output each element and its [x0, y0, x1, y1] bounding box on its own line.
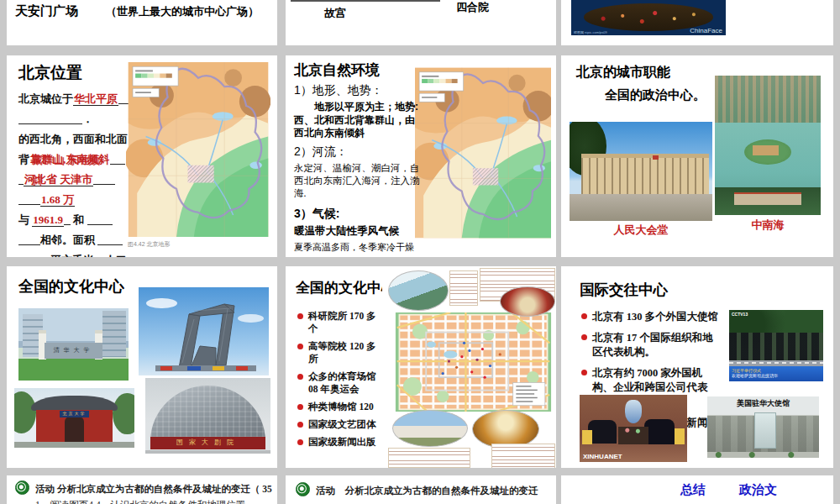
island-building	[753, 145, 778, 155]
road	[14, 442, 134, 448]
palace-caption: 故宫	[324, 6, 346, 21]
slide-city-functions[interactable]: 北京的城市职能 全国的政治中心。 人民大会堂 中南海	[561, 55, 833, 257]
dome-grid	[150, 386, 265, 442]
tree	[14, 391, 36, 433]
summary-label: 总结	[680, 482, 706, 498]
activity-subtext: 1．阅读图页4.4，认识北京的自然条件和地理位置	[35, 499, 272, 504]
xinhua-meeting-photo: XINHUANET	[580, 395, 687, 462]
museum-photo-oval	[392, 410, 468, 447]
slide-environment[interactable]: 北京自然环境 1）地形、地势： 地形以平原为主；地势: 西、北和西北背靠群山，由…	[286, 55, 556, 257]
gate	[734, 192, 802, 205]
activity-text: 分析北京成立为古都的自然条件及城址的变迁	[345, 486, 538, 496]
building	[102, 311, 127, 357]
figure-note	[449, 270, 478, 306]
overlapped-answer: 藏群山 东地频斜	[31, 150, 110, 191]
name-strip	[729, 360, 823, 366]
beijing-topo-map	[415, 64, 551, 242]
slide-subtitle: （世界上最大的城市中心广场）	[106, 4, 259, 19]
slide-international[interactable]: 国际交往中心 CCTV13 习近平举行仪式 欢迎哈萨克斯坦总统访华 北京有 13…	[561, 266, 833, 468]
culture-bullets: 科研院所 170 多个 高等院校 120 多所 众多的体育场馆 08 年奥运会 …	[297, 310, 385, 454]
building-facade	[581, 154, 709, 198]
roof	[31, 396, 118, 411]
slide-culture-bullets[interactable]: 全国的文化中心 科研院所 170 多个 高等院校 120 多所 众多的体育场馆 …	[286, 266, 556, 468]
chinaface-watermark: ChinaFace	[690, 27, 722, 34]
slide-culture-photos[interactable]: 全国的文化中心 清华大学	[7, 266, 277, 468]
slide-activity-1[interactable]: 活动 分析北京成立为古都的自然条件及城址的变迁（ 35 1．阅读图页4.4，认识…	[7, 475, 277, 504]
lake-photo-oval	[388, 270, 449, 311]
pku-gate-photo: 北京大学	[14, 388, 134, 448]
pku-plaque: 北京大学	[60, 411, 88, 417]
slide-summary[interactable]: 总结 政治文	[561, 475, 833, 504]
slide-activity-2[interactable]: 活动 分析北京成立为古都的自然条件及城址的变迁	[286, 475, 556, 504]
birdnest-photo: ChinaFace 昵图网 nipic.com/ps09	[571, 0, 726, 35]
cropped-image-edge	[291, 0, 440, 2]
great-hall-caption: 人民大会堂	[570, 223, 712, 238]
slide-title: 北京自然环境	[294, 60, 420, 80]
doorway	[65, 417, 84, 442]
sofa-cushion	[675, 428, 685, 444]
politics-label: 政治文	[739, 482, 777, 498]
activity-text: 分析北京成立为古都的自然条件及城址的变迁（ 35	[57, 484, 272, 494]
zhongnanhai-photo	[715, 76, 821, 215]
stadium-photo-oval	[500, 286, 555, 317]
slide-title: 北京的城市职能	[576, 64, 670, 81]
activity-label: 活动	[35, 484, 55, 494]
activity-icon	[296, 482, 310, 496]
zhongnanhai-caption: 中南海	[715, 218, 821, 233]
beijing-topo-map	[126, 62, 270, 237]
activity-label: 活动	[316, 486, 335, 496]
vase	[625, 400, 642, 423]
xinhuanet-watermark: XINHUANET	[583, 453, 622, 460]
slide-title: 全国的文化中心	[18, 276, 124, 297]
plaza	[570, 194, 712, 221]
official-right	[644, 419, 675, 444]
slide-location[interactable]: 北京位置 北京城位于华北平原 ． 的西北角，西面和北面 背靠群山,东南频斜藏群山…	[7, 55, 277, 257]
embassy-caption: 美国驻华大使馆	[707, 398, 819, 409]
sofa-cushion	[582, 430, 593, 445]
slide-title: 北京位置	[18, 62, 82, 84]
credit-watermark: 昵图网 nipic.com/ps09	[574, 30, 607, 34]
figure-note	[388, 448, 470, 468]
tsinghua-sign: 清华大学	[45, 343, 102, 359]
siheyuan-caption: 四合院	[456, 0, 489, 15]
slide-palace-siheyuan[interactable]: 故宫 四合院	[286, 0, 556, 45]
activity-icon	[15, 480, 29, 495]
beijing-city-map	[392, 312, 554, 412]
figure-note	[491, 444, 555, 468]
culture-figure	[382, 266, 556, 468]
slide-birdnest[interactable]: ChinaFace 昵图网 nipic.com/ps09	[561, 0, 833, 45]
ncpa-dome-photo: 国家大剧院	[145, 378, 270, 454]
slide-title: 全国的文化中心	[296, 278, 396, 297]
embassy-building	[754, 412, 776, 449]
steps	[145, 450, 270, 454]
slide-title: 天安门广场	[15, 3, 78, 19]
us-embassy-photo: 美国驻华大使馆	[707, 396, 819, 458]
tsinghua-gate-photo: 清华大学	[18, 308, 129, 381]
map-caption: 图4.42 北京地形	[128, 240, 171, 249]
cctv-building	[139, 287, 269, 375]
table-flowers	[618, 427, 648, 444]
great-hall-photo	[570, 122, 712, 221]
slide-tiananmen[interactable]: 天安门广场 （世界上最大的城市中心广场）	[7, 0, 277, 45]
environment-text: 北京自然环境 1）地形、地势： 地形以平原为主；地势: 西、北和西北背靠群山，由…	[294, 60, 420, 254]
trees	[707, 452, 819, 458]
emblem	[653, 155, 659, 160]
ncpa-sign: 国家大剧院	[150, 437, 265, 449]
slide-subtitle: 全国的政治中心。	[605, 87, 706, 103]
lawn	[18, 359, 129, 381]
slide-title: 国际交往中心	[580, 280, 668, 300]
cctv-tower-photo	[139, 287, 269, 375]
tree	[113, 393, 134, 435]
city-blocks	[715, 76, 821, 123]
